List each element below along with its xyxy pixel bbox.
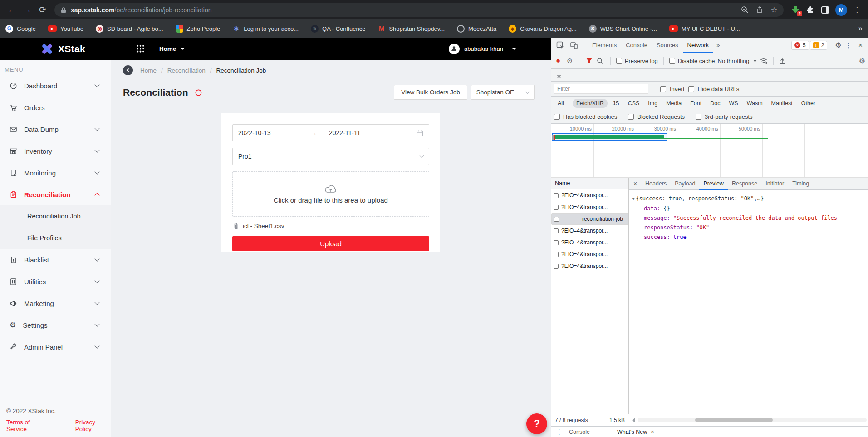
detail-tab-preview[interactable]: Preview [699,178,727,190]
detail-tab-response[interactable]: Response [728,178,761,190]
terms-of-service-link[interactable]: Terms of Service [6,419,49,432]
date-from-value[interactable]: 2022-10-13 [238,129,311,136]
file-dropzone[interactable]: Click or drag file to this area to uploa… [232,171,429,217]
request-checkbox[interactable] [554,240,559,245]
chip-all[interactable]: All [554,99,568,108]
side-panel-icon[interactable] [821,6,829,14]
inspect-element-icon[interactable] [554,41,567,49]
zoom-out-icon[interactable] [741,6,749,14]
disable-cache-checkbox[interactable] [669,58,675,64]
detail-tab-headers[interactable]: Headers [641,178,671,190]
json-root-line[interactable]: ▼{success: true, responseStatus: "OK",…} [632,194,866,204]
tab-console[interactable]: Console [622,38,652,53]
drawer-menu-icon[interactable]: ⋮ [553,428,565,436]
import-har-icon[interactable] [779,58,785,64]
request-row[interactable]: ?EIO=4&transpor... [551,237,628,248]
more-tabs-icon[interactable]: » [714,42,722,49]
bookmarks-overflow-icon[interactable]: » [858,24,863,33]
download-har-icon[interactable] [554,72,564,78]
sidebar-item-blacklist[interactable]: Blacklist [0,249,111,271]
app-grid-icon[interactable] [136,44,145,53]
privacy-policy-link[interactable]: Privacy Policy [75,419,111,432]
sidebar-subitem-reconciliation-job[interactable]: Reconciliation Job [0,205,111,227]
network-timeline-overview[interactable]: 10000 ms 20000 ms 30000 ms 40000 ms 5000… [551,124,868,178]
sidebar-item-inventory[interactable]: Inventory [0,140,111,162]
request-row[interactable]: ?EIO=4&transpor... [551,225,628,237]
chip-font[interactable]: Font [687,99,705,108]
sidebar-subitem-file-profiles[interactable]: File Profiles [0,227,111,249]
forward-icon[interactable]: → [20,3,34,17]
request-row[interactable]: ?EIO=4&transpor... [551,248,628,260]
sidebar-item-marketing[interactable]: Marketing [0,292,111,314]
bookmark-ufc[interactable]: ▶MY UFC DEBUT - U... [669,25,740,32]
refresh-icon[interactable] [195,89,202,97]
preserve-log-checkbox[interactable] [616,58,622,64]
upload-button[interactable]: Upload [232,236,429,251]
warning-counter[interactable]: ! 2 [810,41,828,50]
network-settings-icon[interactable]: ⚙ [859,57,865,65]
device-toolbar-icon[interactable] [568,41,580,49]
date-to-value[interactable]: 2022-11-11 [329,129,417,136]
bookmark-zoho[interactable]: Zoho People [176,25,221,33]
bookmark-sd-board[interactable]: ◎SD board - Agile bo... [96,25,163,33]
sidebar-item-dashboard[interactable]: Dashboard [0,75,111,97]
invert-checkbox[interactable] [660,86,666,92]
breadcrumb-reconciliation[interactable]: Reconciliation [167,67,206,74]
reload-icon[interactable]: ⟳ [35,3,50,17]
chip-css[interactable]: CSS [624,99,643,108]
chip-media[interactable]: Media [662,99,685,108]
help-button[interactable]: ? [526,413,547,434]
record-icon[interactable]: ● [554,56,562,65]
name-column-header[interactable]: Name [551,178,628,189]
browser-menu-icon[interactable]: ⋮ [853,5,861,14]
store-select[interactable]: Shopistan OE [471,85,535,100]
scroll-left-icon[interactable] [632,418,635,422]
chip-manifest[interactable]: Manifest [768,99,796,108]
blocked-cookies-checkbox[interactable] [554,114,560,120]
sidebar-item-utilities[interactable]: Utilities [0,271,111,292]
tab-elements[interactable]: Elements [588,38,621,53]
request-checkbox[interactable] [554,252,559,257]
profile-select[interactable]: Pro1 [232,148,429,165]
request-row-selected[interactable]: reconciliation-job [551,213,628,225]
network-filter-input[interactable] [554,84,648,94]
bookmark-google[interactable]: GGoogle [5,25,36,33]
bookmark-moeezatta[interactable]: MoeezAtta [457,25,496,33]
sidebar-item-monitoring[interactable]: Monitoring [0,162,111,184]
horizontal-scrollbar[interactable] [638,418,867,422]
request-checkbox[interactable] [554,228,559,233]
hide-data-urls-checkbox[interactable] [688,86,694,92]
attached-file[interactable]: icl - Sheet1.csv [232,223,429,229]
extensions-puzzle-icon[interactable] [806,5,815,14]
chip-wasm[interactable]: Wasm [743,99,766,108]
tab-sources[interactable]: Sources [652,38,682,53]
chip-other[interactable]: Other [798,99,819,108]
search-icon[interactable] [595,58,605,64]
detail-tab-payload[interactable]: Payload [671,178,699,190]
back-circle-button[interactable] [123,65,133,75]
address-bar[interactable]: xap.xstak.com /oe/reconciliation/job-rec… [54,3,784,17]
devtools-menu-icon[interactable]: ⋮ [843,41,855,49]
bookmark-dragon[interactable]: ◆Скачать Dragon Ag... [509,25,577,33]
clear-icon[interactable]: ⊘ [565,57,574,65]
devtools-settings-icon[interactable]: ⚙ [835,41,841,49]
date-range-picker[interactable]: 2022-10-13 → 2022-11-11 [232,124,429,141]
request-checkbox[interactable] [554,217,559,222]
detail-tab-initiator[interactable]: Initiator [761,178,788,190]
detail-tab-timing[interactable]: Timing [788,178,813,190]
back-icon[interactable]: ← [5,3,19,17]
third-party-checkbox[interactable] [696,114,701,120]
sidebar-item-data-dump[interactable]: Data Dump [0,118,111,140]
sidebar-item-reconciliation[interactable]: Reconciliation [0,184,111,205]
breadcrumb-home[interactable]: Home [140,67,157,74]
devtools-close-icon[interactable]: × [856,41,865,49]
request-row[interactable]: ?EIO=4&transpor... [551,201,628,213]
request-checkbox[interactable] [554,264,559,269]
error-counter[interactable]: × 5 [791,41,809,50]
filter-funnel-icon[interactable] [586,58,593,64]
sidebar-item-settings[interactable]: ⚙ Settings [0,314,111,336]
blocked-requests-checkbox[interactable] [628,114,634,120]
request-checkbox[interactable] [554,205,559,210]
expander-arrow-icon[interactable]: ▼ [632,197,634,201]
bookmark-youtube[interactable]: ▶YouTube [48,25,83,32]
